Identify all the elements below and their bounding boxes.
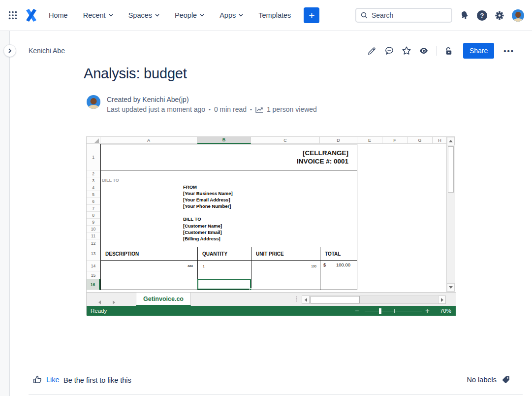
fill-handle[interactable] [250,288,252,290]
edit-pencil-icon[interactable] [367,46,377,56]
nav-item-apps[interactable]: Apps [219,11,243,19]
search-input[interactable] [372,11,440,19]
invoice-cellrange: [CELLRANGE] [303,149,348,157]
header-quantity[interactable]: QUANTITY [197,247,251,261]
column-header-b[interactable]: B [197,137,251,144]
sheet-tab-getinvoice[interactable]: Getinvoice.co [136,293,191,306]
cell-total-d14[interactable]: $ 100.00 [320,262,354,267]
row-header-12[interactable]: 12 [87,239,100,247]
row-header-3[interactable]: 3 [87,177,100,184]
row-header-1[interactable]: 1 [87,144,100,170]
breadcrumb[interactable]: Kenichi Abe [29,47,65,55]
row-header-9[interactable]: 9 [87,219,100,226]
select-all-triangle-icon [94,138,99,143]
notifications-bell-icon[interactable] [460,10,469,20]
settings-gear-icon[interactable] [495,10,504,20]
row-header-10[interactable]: 10 [87,226,100,232]
status-ready: Ready [91,306,107,316]
select-all-corner[interactable] [87,137,100,143]
column-header-g[interactable]: G [407,137,433,143]
total-amount: 100.00 [336,262,350,267]
column-header-c[interactable]: C [251,137,320,143]
tab-options-icon[interactable]: ⋮ [293,295,300,302]
vertical-scroll-thumb[interactable] [448,146,454,193]
column-header-d[interactable]: D [320,137,357,143]
thumbs-up-icon[interactable] [32,375,42,385]
horizontal-scroll-thumb[interactable] [311,296,360,303]
app-switcher-icon[interactable] [8,10,18,20]
row-header-8[interactable]: 8 [87,212,100,219]
nav-item-label: People [175,11,197,19]
help-icon[interactable]: ? [477,10,487,21]
bill-to-watermark: BILL TO [102,178,119,183]
star-favorite-icon[interactable] [402,46,411,56]
row-header-16[interactable]: 16 [87,279,100,290]
row-header-7[interactable]: 7 [87,205,100,212]
zoom-slider-track[interactable] [365,311,422,311]
top-navigation-bar: HomeRecentSpacesPeopleAppsTemplates + ? [0,0,532,31]
byline-views[interactable]: 1 person viewed [267,105,317,113]
scroll-up-button[interactable] [447,137,455,145]
cell-description-a14[interactable]: aaa [100,264,193,267]
nav-item-people[interactable]: People [175,11,204,19]
page-actions: Share ••• [367,43,514,59]
like-link[interactable]: Like [46,376,60,384]
like-bar: Like [32,375,60,385]
zoom-level[interactable]: 70% [440,306,451,316]
row-header-14[interactable]: 14 [87,261,100,271]
zoom-slider-handle[interactable] [379,308,381,314]
more-actions-button[interactable]: ••• [503,47,514,55]
row-header-6[interactable]: 6 [87,198,100,205]
scroll-right-button[interactable] [438,296,446,304]
address-line: [Customer Name] [183,223,233,229]
column-header-e[interactable]: E [357,137,382,143]
scroll-left-button[interactable] [302,296,310,304]
actions-divider [436,46,437,56]
nav-item-home[interactable]: Home [49,11,68,19]
column-header-a[interactable]: A [100,137,197,143]
scroll-down-button[interactable] [447,283,455,292]
address-line [183,209,233,216]
row-header-2[interactable]: 2 [87,170,100,177]
header-unit-price[interactable]: UNIT PRICE [251,247,320,261]
horizontal-scrollbar[interactable] [302,296,446,304]
nav-item-spaces[interactable]: Spaces [128,11,159,19]
label-tag-icon[interactable] [501,375,510,384]
unlock-icon[interactable] [444,46,454,56]
column-headers: ABCDEFGH [87,137,447,144]
watch-eye-icon[interactable] [419,46,429,56]
column-header-f[interactable]: F [382,137,407,143]
search-box[interactable] [355,8,452,23]
profile-avatar[interactable] [512,9,524,22]
column-header-h[interactable]: H [433,137,447,143]
header-description[interactable]: DESCRIPTION [100,247,197,261]
nav-item-label: Recent [83,11,106,19]
row-header-5[interactable]: 5 [87,191,100,198]
zoom-out-button[interactable]: − [355,306,359,315]
nav-item-recent[interactable]: Recent [83,11,113,19]
row-header-11[interactable]: 11 [87,232,100,239]
cell-quantity-b14[interactable]: 1 [203,264,205,268]
tab-scroll-left-icon[interactable] [98,297,101,306]
confluence-logo-icon[interactable] [25,9,38,22]
invoice-number: INVOICE #: 0001 [297,157,348,165]
create-button[interactable]: + [304,7,319,23]
selected-cell-b16[interactable] [197,279,251,290]
expand-sidebar-button[interactable] [3,44,16,57]
zoom-slider-center-tick [394,309,395,313]
row-header-15[interactable]: 15 [87,271,100,279]
row-header-4[interactable]: 4 [87,184,100,191]
cell-unit-price-c14[interactable]: 100 [251,264,316,268]
sheet-canvas[interactable]: [CELLRANGE] INVOICE #: 0001 BILL TO FROM… [100,144,447,290]
vertical-scrollbar[interactable] [446,137,455,292]
share-button[interactable]: Share [463,43,494,59]
header-total[interactable]: TOTAL [320,247,357,261]
invoice-title-cell[interactable]: [CELLRANGE] INVOICE #: 0001 [100,144,357,170]
tab-scroll-right-icon[interactable] [113,297,115,306]
no-labels-text[interactable]: No labels [467,376,497,384]
like-hint-text: Be the first to like this [63,376,131,384]
zoom-in-button[interactable]: + [425,306,430,316]
nav-item-templates[interactable]: Templates [258,11,291,19]
row-header-13[interactable]: 13 [87,247,100,261]
comment-icon[interactable] [384,46,394,56]
